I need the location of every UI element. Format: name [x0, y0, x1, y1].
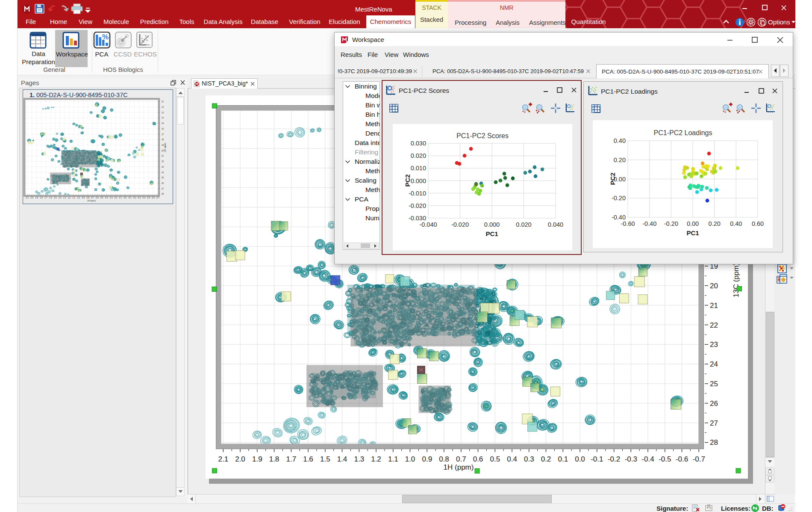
- svg-text:25: 25: [710, 380, 718, 388]
- svg-text:-0.010: -0.010: [409, 190, 426, 197]
- svg-text:PC1: PC1: [686, 229, 699, 237]
- svg-text:23: 23: [710, 340, 718, 349]
- svg-text:12: 12: [162, 106, 164, 108]
- svg-text:-0.020: -0.020: [409, 202, 426, 209]
- svg-text:0.00: 0.00: [687, 220, 699, 227]
- svg-text:1.8: 1.8: [40, 197, 43, 199]
- svg-text:-0.020: -0.020: [451, 221, 469, 228]
- svg-text:19: 19: [162, 144, 164, 146]
- svg-text:1.0: 1.0: [405, 455, 415, 463]
- svg-text:1H (ppm): 1H (ppm): [87, 200, 96, 202]
- svg-text:-0.7: -0.7: [693, 455, 705, 463]
- svg-text:1.7: 1.7: [44, 197, 47, 199]
- svg-text:PC1-PC2 Scores: PC1-PC2 Scores: [456, 132, 509, 139]
- svg-text:1.9: 1.9: [252, 455, 262, 463]
- svg-text:17: 17: [162, 133, 164, 136]
- svg-text:0.0: 0.0: [124, 197, 127, 199]
- svg-text:0.8: 0.8: [86, 197, 89, 199]
- svg-text:26: 26: [710, 400, 718, 408]
- svg-text:-0.20: -0.20: [664, 220, 678, 227]
- svg-text:-0.5: -0.5: [659, 455, 671, 463]
- svg-text:1.6: 1.6: [49, 197, 52, 199]
- svg-text:23: 23: [162, 166, 164, 168]
- svg-text:24: 24: [710, 360, 718, 368]
- svg-text:0.5: 0.5: [490, 455, 500, 463]
- svg-text:1.5: 1.5: [320, 455, 330, 463]
- svg-text:0.1: 0.1: [558, 455, 568, 463]
- svg-text:0.8: 0.8: [439, 455, 449, 463]
- svg-text:-0.4: -0.4: [641, 455, 654, 463]
- svg-text:1.4: 1.4: [337, 455, 347, 463]
- svg-text:27: 27: [710, 419, 718, 427]
- svg-text:0.3: 0.3: [110, 197, 113, 199]
- svg-text:0.020: 0.020: [516, 221, 531, 228]
- svg-text:2.1: 2.1: [218, 455, 228, 463]
- svg-text:22: 22: [162, 160, 164, 163]
- svg-text:2.0: 2.0: [235, 455, 245, 463]
- svg-text:-0.030: -0.030: [409, 215, 426, 222]
- svg-text:16: 16: [162, 128, 164, 130]
- svg-text:1.9: 1.9: [35, 197, 38, 199]
- svg-text:26: 26: [162, 182, 164, 184]
- svg-text:PC2: PC2: [404, 174, 411, 186]
- svg-text:0.4: 0.4: [105, 197, 108, 199]
- svg-text:0.9: 0.9: [422, 455, 432, 463]
- svg-text:0.2: 0.2: [115, 197, 118, 199]
- svg-text:-0.60: -0.60: [621, 220, 635, 227]
- svg-text:20: 20: [710, 282, 718, 290]
- svg-text:0.60: 0.60: [752, 220, 764, 227]
- svg-text:-0.6: -0.6: [151, 197, 155, 199]
- svg-text:27: 27: [162, 188, 164, 190]
- svg-text:18: 18: [162, 139, 164, 141]
- svg-text:0.0: 0.0: [575, 455, 585, 463]
- svg-text:-0.40: -0.40: [612, 214, 626, 221]
- svg-text:28: 28: [710, 438, 718, 447]
- svg-text:-0.7: -0.7: [156, 197, 159, 199]
- svg-text:-0.1: -0.1: [591, 455, 603, 463]
- svg-text:0.7: 0.7: [91, 197, 94, 199]
- svg-text:-0.3: -0.3: [137, 197, 141, 199]
- svg-text:1H (ppm): 1H (ppm): [444, 463, 474, 471]
- svg-text:1.8: 1.8: [269, 455, 279, 463]
- svg-text:0.030: 0.030: [411, 140, 426, 147]
- svg-text:14: 14: [162, 117, 164, 119]
- svg-text:1.4: 1.4: [59, 197, 62, 199]
- svg-text:PC1: PC1: [485, 230, 498, 237]
- svg-text:-0.1: -0.1: [128, 197, 132, 199]
- svg-text:0.7: 0.7: [456, 455, 466, 463]
- svg-text:1.3: 1.3: [354, 455, 364, 463]
- svg-text:-0.040: -0.040: [419, 221, 437, 228]
- svg-text:0.6: 0.6: [473, 455, 483, 463]
- svg-text:1.2: 1.2: [371, 455, 381, 463]
- svg-text:0.9: 0.9: [82, 197, 85, 199]
- svg-text:1.1: 1.1: [388, 455, 398, 463]
- svg-text:2.1: 2.1: [26, 197, 29, 199]
- svg-text:0.010: 0.010: [411, 165, 426, 172]
- svg-text:13C (ppm): 13C (ppm): [732, 263, 740, 297]
- svg-text:1.7: 1.7: [286, 455, 296, 463]
- svg-text:1.2: 1.2: [68, 197, 71, 199]
- svg-text:28: 28: [162, 193, 164, 195]
- svg-text:0.020: 0.020: [411, 152, 426, 159]
- svg-text:0.1: 0.1: [119, 197, 122, 199]
- svg-text:22: 22: [710, 321, 718, 329]
- svg-text:-0.20: -0.20: [612, 195, 626, 201]
- svg-text:1.5: 1.5: [54, 197, 57, 199]
- svg-text:21: 21: [710, 302, 718, 310]
- svg-text:0.20: 0.20: [709, 220, 721, 227]
- svg-text:1.1: 1.1: [73, 197, 76, 199]
- svg-text:%: %: [102, 33, 109, 41]
- svg-text:0.4: 0.4: [507, 455, 517, 463]
- svg-text:13: 13: [162, 112, 164, 114]
- svg-text:-0.4: -0.4: [142, 197, 145, 199]
- svg-text:0.040: 0.040: [548, 221, 563, 228]
- svg-text:1.6: 1.6: [303, 455, 313, 463]
- svg-text:0.20: 0.20: [614, 157, 626, 163]
- svg-text:15: 15: [162, 122, 164, 124]
- svg-text:-0.6: -0.6: [676, 455, 688, 463]
- svg-text:0.000: 0.000: [411, 178, 426, 184]
- svg-text:1.0: 1.0: [77, 197, 80, 199]
- svg-text:-0.5: -0.5: [147, 197, 150, 199]
- svg-text:0.40: 0.40: [730, 220, 742, 227]
- svg-text:13C (ppm): 13C (ppm): [164, 142, 166, 152]
